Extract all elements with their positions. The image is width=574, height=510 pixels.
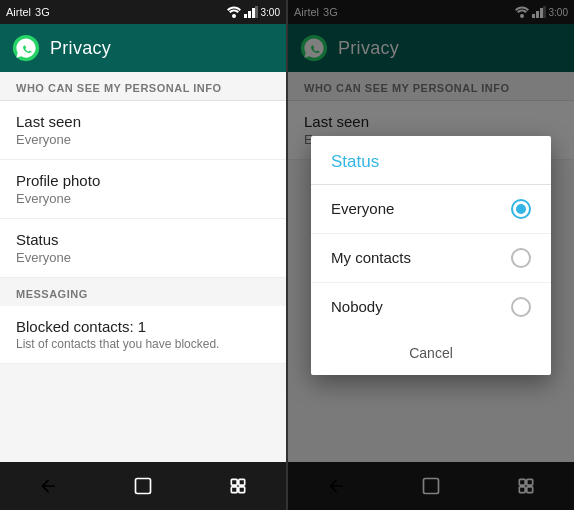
dialog-option-nobody[interactable]: Nobody xyxy=(311,283,551,331)
radio-my-contacts[interactable] xyxy=(511,248,531,268)
left-status-bar: Airtel 3G 3:00 xyxy=(0,0,286,24)
left-phone-panel: Airtel 3G 3:00 Privacy WHO CAN SEE xyxy=(0,0,286,510)
left-nav-bar xyxy=(0,462,286,510)
dialog-option-my-contacts[interactable]: My contacts xyxy=(311,234,551,283)
list-item[interactable]: Profile photo Everyone xyxy=(0,160,286,219)
cancel-button[interactable]: Cancel xyxy=(311,331,551,375)
left-toolbar-title: Privacy xyxy=(50,38,111,59)
radio-nobody[interactable] xyxy=(511,297,531,317)
back-button[interactable] xyxy=(28,466,68,506)
dialog-option-everyone[interactable]: Everyone xyxy=(311,185,551,234)
svg-rect-8 xyxy=(232,487,238,493)
recent-apps-button[interactable] xyxy=(218,466,258,506)
svg-rect-3 xyxy=(252,8,255,18)
dialog-title: Status xyxy=(311,136,551,185)
svg-rect-2 xyxy=(248,11,251,18)
status-title: Status xyxy=(16,231,270,248)
signal-icon xyxy=(244,6,258,18)
svg-point-0 xyxy=(232,14,236,18)
profile-photo-title: Profile photo xyxy=(16,172,270,189)
status-dialog: Status Everyone My contacts Nobody Cance… xyxy=(311,136,551,375)
left-time: 3:00 xyxy=(261,7,280,18)
svg-rect-7 xyxy=(232,479,238,485)
left-carrier: Airtel xyxy=(6,6,31,18)
svg-rect-4 xyxy=(255,6,258,18)
right-phone-panel: Airtel 3G 3:00 Privacy WHO CAN SEE xyxy=(288,0,574,510)
dialog-option-nobody-label: Nobody xyxy=(331,298,383,315)
blocked-contacts-subtitle: List of contacts that you have blocked. xyxy=(16,337,270,351)
last-seen-subtitle: Everyone xyxy=(16,132,270,147)
blocked-contacts-title: Blocked contacts: 1 xyxy=(16,318,270,335)
list-item[interactable]: Status Everyone xyxy=(0,219,286,278)
radio-everyone[interactable] xyxy=(511,199,531,219)
blocked-contacts-item[interactable]: Blocked contacts: 1 List of contacts tha… xyxy=(0,306,286,364)
dialog-option-my-contacts-label: My contacts xyxy=(331,249,411,266)
whatsapp-logo-icon xyxy=(12,34,40,62)
list-item[interactable]: Last seen Everyone xyxy=(0,101,286,160)
home-button[interactable] xyxy=(123,466,163,506)
wifi-icon xyxy=(227,6,241,18)
svg-rect-10 xyxy=(239,487,245,493)
messaging-section-header: MESSAGING xyxy=(0,278,286,306)
left-section-header: WHO CAN SEE MY PERSONAL INFO xyxy=(0,72,286,101)
svg-rect-9 xyxy=(239,479,245,485)
dialog-option-everyone-label: Everyone xyxy=(331,200,394,217)
svg-rect-1 xyxy=(244,14,247,18)
status-subtitle: Everyone xyxy=(16,250,270,265)
profile-photo-subtitle: Everyone xyxy=(16,191,270,206)
svg-rect-6 xyxy=(135,479,150,494)
left-toolbar: Privacy xyxy=(0,24,286,72)
left-network: 3G xyxy=(35,6,50,18)
last-seen-title: Last seen xyxy=(16,113,270,130)
dialog-overlay[interactable]: Status Everyone My contacts Nobody Cance… xyxy=(288,0,574,510)
